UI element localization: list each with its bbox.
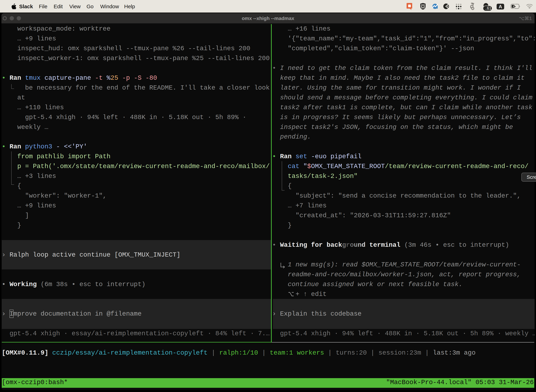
svg-text:..61: ..61 <box>485 6 491 10</box>
